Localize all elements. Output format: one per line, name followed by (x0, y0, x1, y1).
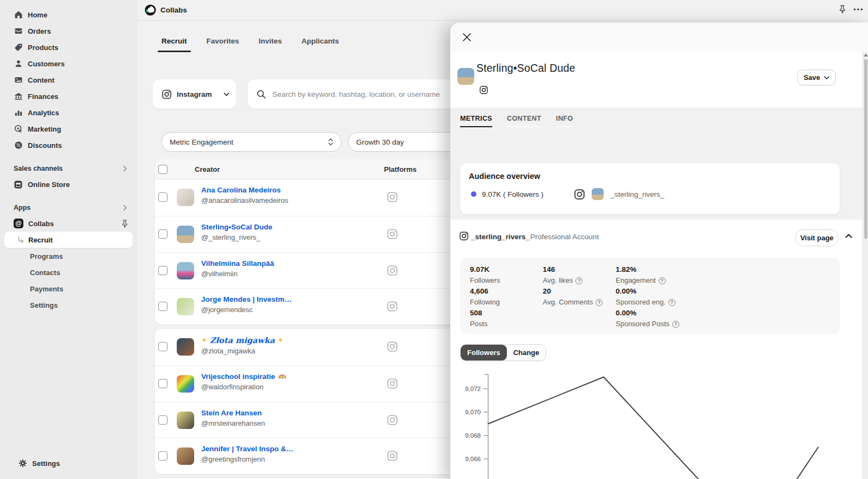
collabs-app-icon: @ (14, 219, 23, 228)
chevron-up-icon[interactable] (845, 234, 852, 238)
metric-select-label: Metric Engagement (170, 138, 233, 146)
store-icon (14, 180, 23, 189)
tab-invites[interactable]: Invites (259, 37, 282, 52)
followers-legend-dot (471, 191, 476, 197)
sidebar-item-discounts[interactable]: Discounts (4, 137, 133, 153)
panel-tab-content[interactable]: CONTENT (507, 115, 541, 127)
row-checkbox[interactable] (158, 415, 168, 425)
column-header-platforms: Platforms (384, 165, 417, 173)
chevron-right-icon (123, 165, 127, 172)
avatar (177, 412, 194, 429)
stat-value: 146 (543, 264, 603, 275)
creator-name-link[interactable]: Jennifer | Travel Inspo &… (201, 445, 294, 453)
row-checkbox[interactable] (158, 266, 168, 275)
pin-icon[interactable] (121, 220, 128, 228)
creator-name-link[interactable]: ✦ Złota migawka ✦ (201, 335, 283, 345)
sidebar-item-recruit[interactable]: Recruit (4, 232, 133, 248)
row-checkbox[interactable] (158, 302, 168, 311)
panel-header-bar (450, 23, 868, 52)
sidebar-item-products[interactable]: Products (4, 39, 133, 55)
stat-label: Avg. likes (543, 275, 573, 286)
panel-tab-info[interactable]: INFO (556, 115, 573, 127)
avatar (177, 447, 194, 465)
stat-label: Posts (470, 319, 488, 329)
stat-label: Sponsored eng. (616, 297, 666, 308)
creator-name-link[interactable]: Vilhelmiina Sillanpää (201, 259, 274, 268)
sidebar-item-settings[interactable]: Settings (9, 455, 128, 471)
row-checkbox[interactable] (158, 342, 168, 351)
stat-label: Following (470, 297, 500, 308)
toggle-change[interactable]: Change (507, 345, 546, 360)
account-handle[interactable]: _sterling_rivers_ (471, 233, 530, 241)
sidebar-item-customers[interactable]: Customers (4, 55, 133, 72)
header-actions: ••• (839, 5, 867, 14)
panel-tab-metrics[interactable]: METRICS (460, 115, 492, 127)
sidebar-item-contacts[interactable]: Contacts (4, 264, 133, 281)
scrollbar-thumb[interactable] (864, 59, 867, 239)
help-icon[interactable]: ? (672, 321, 679, 328)
help-icon[interactable]: ? (575, 277, 582, 284)
instagram-icon (387, 228, 398, 240)
sidebar-item-home[interactable]: Home (4, 7, 133, 23)
creator-name-link[interactable]: Jorge Mendes | Investm… (201, 295, 292, 303)
stat-value: 4,606 (470, 286, 500, 297)
sidebar-item-programs[interactable]: Programs (4, 248, 133, 264)
close-icon[interactable] (462, 33, 472, 42)
sidebar-item-label: Analytics (28, 109, 59, 117)
visit-page-button[interactable]: Visit page (795, 229, 839, 246)
creator-name-link[interactable]: Sterling•SoCal Dude (201, 223, 272, 231)
sidebar-item-analytics[interactable]: Analytics (4, 104, 133, 121)
more-options-icon[interactable]: ••• (853, 5, 864, 14)
help-icon[interactable]: ? (659, 277, 666, 284)
help-icon[interactable]: ? (668, 299, 675, 306)
sidebar-item-label: Online Store (28, 181, 70, 189)
growth-select-label: Growth 30 day (356, 138, 404, 146)
tab-applicants[interactable]: Applicants (301, 37, 339, 52)
save-button-label: Save (804, 73, 820, 82)
instagram-icon[interactable] (479, 85, 488, 95)
account-metrics-section: _sterling_rivers_ Professional Account V… (450, 220, 868, 479)
chevron-right-icon (123, 204, 127, 211)
sidebar-item-payments[interactable]: Payments (4, 281, 133, 297)
stat-value: 0.00% (616, 308, 679, 319)
panel-scrollbar[interactable] (863, 52, 868, 479)
row-checkbox[interactable] (158, 229, 168, 239)
sales-channels-header[interactable]: Sales channels (4, 161, 133, 176)
instagram-icon (387, 341, 398, 352)
pin-icon[interactable] (839, 5, 846, 14)
creator-handle: @anacarolinasilvamedeiros (201, 196, 288, 204)
avatar (592, 188, 604, 200)
sidebar-item-marketing[interactable]: Marketing (4, 121, 133, 137)
sidebar-item-finances[interactable]: Finances (4, 88, 133, 104)
svg-text:9,066: 9,066 (465, 456, 481, 462)
creator-name-link[interactable]: Vrijeschool inspiratie (201, 372, 287, 381)
row-checkbox[interactable] (158, 192, 168, 202)
help-icon[interactable]: ? (596, 299, 603, 306)
sidebar-item-content[interactable]: Content (4, 72, 133, 88)
creator-name-link[interactable]: Ana Carolina Medeiros (201, 186, 288, 194)
sales-channels-label: Sales channels (14, 165, 63, 172)
creator-title: Sterling•SoCal Dude (476, 62, 575, 74)
audience-overview-card: Audience overview 9.07K ( Followers ) _s… (460, 163, 840, 214)
row-checkbox[interactable] (158, 451, 168, 461)
target-icon (14, 125, 23, 134)
creator-handle: @waldorfinspiration (201, 383, 287, 391)
apps-header[interactable]: Apps (4, 200, 133, 215)
platform-dropdown[interactable]: Instagram (153, 79, 236, 109)
toggle-followers[interactable]: Followers (461, 345, 507, 360)
select-all-checkbox[interactable] (158, 165, 168, 174)
creator-name-link[interactable]: Stein Are Hansen (201, 409, 265, 417)
sidebar-item-online-store[interactable]: Online Store (4, 176, 133, 192)
tab-favorites[interactable]: Favorites (207, 37, 239, 52)
tab-recruit[interactable]: Recruit (162, 37, 187, 52)
page-title: Collabs (160, 6, 187, 14)
sidebar-item-collabs[interactable]: @ Collabs (4, 215, 133, 232)
sidebar-item-collabs-settings[interactable]: Settings (4, 297, 133, 313)
svg-text:9,068: 9,068 (465, 432, 481, 439)
row-checkbox[interactable] (158, 379, 168, 388)
scroll-up-arrow-icon[interactable] (864, 53, 868, 57)
sidebar-item-orders[interactable]: Orders (4, 23, 133, 39)
metric-select[interactable]: Metric Engagement (162, 132, 342, 152)
stat-label: Sponsored Posts (616, 319, 669, 329)
save-button[interactable]: Save (797, 70, 836, 85)
